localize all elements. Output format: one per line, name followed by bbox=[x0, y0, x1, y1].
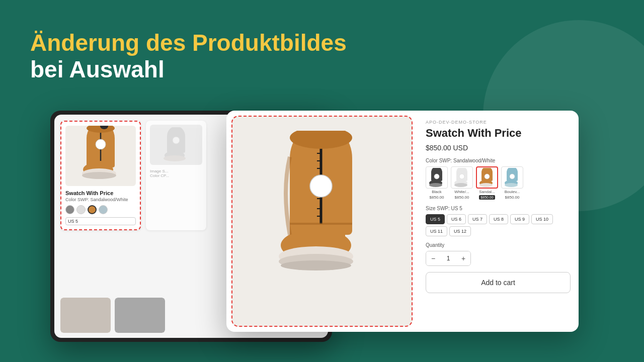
quantity-control: − 1 + bbox=[426, 251, 471, 266]
size-btn-us5[interactable]: US 5 bbox=[426, 214, 445, 224]
swatch-img-black bbox=[426, 166, 448, 189]
swatch-name-sandalwood: Sandal... bbox=[479, 190, 495, 194]
tablet-bottom-card-1 bbox=[60, 298, 111, 333]
svg-point-12 bbox=[164, 155, 186, 161]
tablet-size-select[interactable]: US 5 bbox=[65, 217, 136, 225]
swatch-img-white bbox=[451, 166, 473, 189]
tablet-product-color: Color SWP: Sandalwood/White bbox=[65, 197, 136, 202]
size-btn-us11[interactable]: US 11 bbox=[426, 226, 447, 236]
color-swatches-grid: Black $850.00 White/... $850.00 bbox=[426, 166, 571, 200]
quantity-increase-button[interactable]: + bbox=[456, 251, 470, 265]
product-price: $850.00 USD bbox=[426, 144, 571, 152]
headline-block: Änderung des Produktbildes bei Auswahl bbox=[30, 30, 347, 83]
color-swatch-sandalwood[interactable]: Sandal... $850.00 bbox=[476, 166, 498, 200]
headline-line1: Änderung des Produktbildes bbox=[30, 30, 347, 56]
tablet-product-card-main: Swatch With Price Color SWP: Sandalwood/… bbox=[60, 121, 141, 230]
swatch-price-black: $850.00 bbox=[430, 195, 444, 200]
size-btn-us12[interactable]: US 12 bbox=[449, 226, 471, 236]
quantity-label: Quantity bbox=[426, 242, 571, 248]
add-to-cart-button[interactable]: Add to cart bbox=[426, 272, 571, 293]
product-detail-card: APO-DEV-DEMO-STORE Swatch With Price $85… bbox=[226, 111, 579, 332]
swatch-name-boulevard: Boulev... bbox=[505, 190, 520, 194]
tablet-swatches bbox=[65, 205, 136, 214]
quantity-decrease-button[interactable]: − bbox=[426, 251, 440, 265]
svg-point-44 bbox=[454, 183, 467, 187]
main-boot-svg bbox=[262, 131, 382, 312]
svg-point-50 bbox=[485, 174, 490, 179]
swatch-white[interactable] bbox=[76, 205, 86, 214]
swatch-name-white: White/... bbox=[454, 190, 469, 194]
swatch-name-black: Black bbox=[432, 190, 442, 194]
tablet-product-title: Swatch With Price bbox=[65, 190, 136, 196]
swatch-img-boulevard bbox=[501, 166, 523, 189]
size-btn-us10[interactable]: US 10 bbox=[531, 214, 553, 224]
svg-point-5 bbox=[82, 172, 116, 179]
small-boot-svg bbox=[73, 126, 128, 186]
svg-point-49 bbox=[479, 183, 493, 187]
tablet-product-image-2 bbox=[150, 125, 202, 165]
size-btn-us8[interactable]: US 8 bbox=[489, 214, 508, 224]
tablet-label-image: Image S... bbox=[150, 169, 202, 173]
quantity-value: 1 bbox=[440, 255, 456, 262]
svg-point-40 bbox=[434, 174, 439, 179]
product-info-panel: APO-DEV-DEMO-STORE Swatch With Price $85… bbox=[418, 111, 579, 332]
swatch-price-boulevard: $850.00 bbox=[505, 195, 520, 200]
swatch-boot-black bbox=[427, 168, 446, 187]
swatch-boot-boulevard bbox=[503, 168, 522, 187]
headline-line2: bei Auswahl bbox=[30, 56, 347, 83]
color-swatch-black[interactable]: Black $850.00 bbox=[426, 166, 448, 200]
svg-point-55 bbox=[510, 174, 515, 179]
swatch-img-sandalwood bbox=[476, 166, 498, 189]
product-image-panel bbox=[231, 116, 413, 327]
tablet-bottom-img-2 bbox=[115, 298, 165, 333]
svg-point-31 bbox=[281, 260, 351, 270]
svg-point-39 bbox=[429, 183, 442, 187]
swatch-boot-white bbox=[452, 168, 471, 187]
tablet-bottom-card-2 bbox=[115, 298, 165, 333]
tablet-bottom-img-1 bbox=[60, 298, 111, 333]
swatch-black[interactable] bbox=[65, 205, 74, 214]
svg-point-6 bbox=[96, 139, 106, 149]
color-swatch-boulevard[interactable]: Boulev... $850.00 bbox=[501, 166, 523, 200]
tablet-label-color: Color CP... bbox=[150, 173, 202, 178]
size-btn-us7[interactable]: US 7 bbox=[468, 214, 487, 224]
size-btn-us6[interactable]: US 6 bbox=[447, 214, 466, 224]
store-name: APO-DEV-DEMO-STORE bbox=[426, 120, 571, 125]
svg-point-32 bbox=[310, 175, 332, 197]
size-grid: US 5 US 6 US 7 US 8 US 9 US 10 US 11 US … bbox=[426, 214, 571, 236]
size-option-label: Size SWP: US 5 bbox=[426, 206, 571, 211]
tablet-product-image bbox=[65, 126, 136, 186]
svg-point-54 bbox=[505, 183, 518, 187]
swatch-price-sandalwood: $850.00 bbox=[479, 195, 495, 200]
product-title: Swatch With Price bbox=[426, 127, 571, 140]
color-option-label: Color SWP: Sandalwood/White bbox=[426, 158, 571, 163]
color-swatch-white[interactable]: White/... $850.00 bbox=[451, 166, 473, 200]
svg-point-45 bbox=[459, 174, 464, 179]
tablet-product-card-2: Image S... Color CP... bbox=[146, 121, 206, 230]
size-btn-us9[interactable]: US 9 bbox=[510, 214, 529, 224]
svg-point-13 bbox=[173, 137, 180, 144]
small-boot-svg-2 bbox=[158, 127, 194, 162]
swatch-sandalwood[interactable] bbox=[88, 205, 97, 214]
swatch-price-white: $850.00 bbox=[455, 195, 469, 200]
swatch-boot-sandalwood bbox=[477, 168, 497, 187]
swatch-blue[interactable] bbox=[99, 205, 108, 214]
